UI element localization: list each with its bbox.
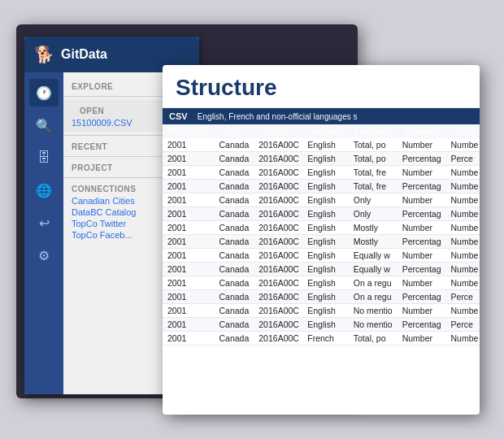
table-row: 2001Canada2016A00CEnglishOn a reguPercen… [163, 290, 480, 304]
table-row: 2001Canada2016A00CEnglishOn a reguNumber… [163, 276, 480, 290]
col-geo: GEO [215, 124, 254, 138]
table-row: 2001Canada2016A00CEnglishOnlyNumberNumbe [163, 193, 480, 207]
data-table: CSV English, French and non-official lan… [163, 108, 480, 346]
col-statistics: Statistics [398, 124, 446, 138]
app-title: GitData [61, 47, 107, 62]
database-icon-btn[interactable]: 🗄 [29, 144, 59, 172]
table-row: 2001Canada2016A00CEnglishTotal, poPercen… [163, 152, 480, 166]
table-row: 2001Canada2016A00CEnglishNo mentioNumber… [163, 304, 480, 318]
structure-title: Structure [163, 65, 480, 108]
table-body: 2001Canada2016A00CEnglishTotal, poNumber… [163, 138, 480, 346]
csv-banner-row: CSV English, French and non-official lan… [163, 108, 480, 124]
table-row: 2001Canada2016A00CEnglishMostlyNumberNum… [163, 221, 480, 235]
settings-icon-btn[interactable]: ⚙ [29, 241, 59, 269]
history-icon-btn[interactable]: ↩ [29, 209, 59, 237]
table-row: 2001Canada2016A00CEnglishEqually wNumber… [163, 249, 480, 263]
col-uom: UOM [446, 124, 480, 138]
csv-banner: CSV English, French and non-official lan… [163, 108, 480, 124]
table-container[interactable]: CSV English, French and non-official lan… [163, 108, 480, 415]
clock-icon-btn[interactable]: 🕐 [29, 79, 59, 106]
column-header-row: REF_DATE GEO DGUID Language Language Sta… [163, 124, 480, 138]
col-dguid: DGUID [254, 124, 302, 138]
logo-icon: 🐕 [34, 45, 54, 64]
table-row: 2001Canada2016A00CEnglishOnlyPercentagNu… [163, 207, 480, 221]
col-language1: Language [302, 124, 349, 138]
search-icon-btn[interactable]: 🔍 [29, 111, 59, 139]
table-row: 2001Canada2016A00CEnglishNo mentioPercen… [163, 318, 480, 332]
table-row: 2001Canada2016A00CEnglishTotal, frePerce… [163, 180, 480, 193]
col-language2: Language [349, 124, 398, 138]
sidebar-icon-strip: 🕐 🔍 🗄 🌐 ↩ ⚙ [24, 72, 63, 394]
table-row: 2001Canada2016A00CEnglishEqually wPercen… [163, 263, 480, 276]
structure-window: Structure CSV English, French and non-of… [163, 65, 480, 415]
table-row: 2001Canada2016A00CEnglishTotal, poNumber… [163, 138, 480, 152]
globe-icon-btn[interactable]: 🌐 [29, 176, 59, 204]
table-row: 2001Canada2016A00CFrenchTotal, poNumberN… [163, 332, 480, 346]
table-row: 2001Canada2016A00CEnglishMostlyPercentag… [163, 235, 480, 249]
table-row: 2001Canada2016A00CEnglishTotal, freNumbe… [163, 166, 480, 180]
col-ref-date: REF_DATE [163, 124, 215, 138]
